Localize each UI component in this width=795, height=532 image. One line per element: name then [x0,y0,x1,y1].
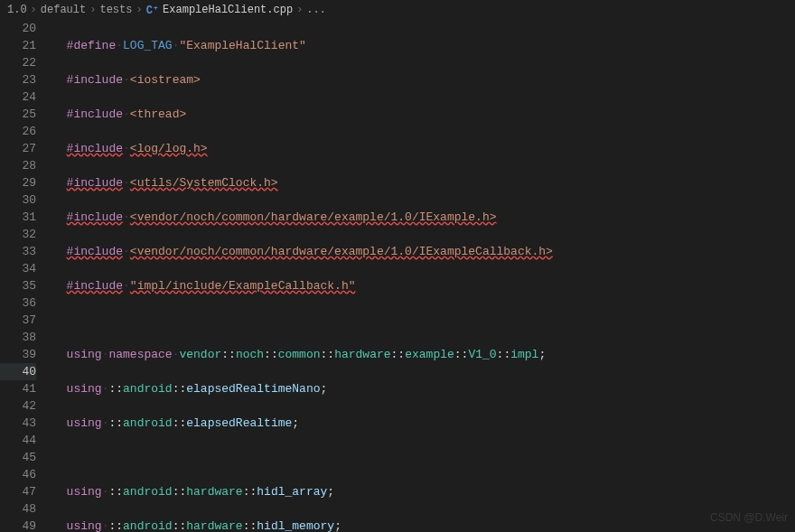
code-line[interactable] [52,312,795,329]
code-line[interactable]: #include·<log/log.h> [52,140,795,157]
code-area[interactable]: #define·LOG_TAG·"ExampleHalClient" #incl… [49,20,795,532]
code-line[interactable]: #include·<vendor/noch/common/hardware/ex… [52,243,795,260]
line-number: 25 [0,106,36,123]
line-number: 22 [0,54,36,71]
line-number: 39 [0,346,36,363]
code-line[interactable]: using·namespace·vendor::noch::common::ha… [52,346,795,363]
chevron-right-icon: › [31,4,37,16]
chevron-right-icon: › [296,4,303,16]
code-line[interactable]: using·::android::hardware::hidl_memory; [52,518,795,532]
chevron-right-icon: › [136,4,142,16]
code-line[interactable]: #define·LOG_TAG·"ExampleHalClient" [52,37,795,54]
line-number: 43 [0,415,36,432]
line-number: 27 [0,140,36,157]
line-number: 33 [0,243,36,260]
code-line[interactable]: using·::android::elapsedRealtimeNano; [52,380,795,397]
code-line[interactable]: #include·<utils/SystemClock.h> [52,174,795,191]
line-number: 37 [0,312,36,329]
line-number: 38 [0,329,36,346]
line-number: 45 [0,449,36,466]
breadcrumb-item[interactable]: tests [99,4,132,16]
line-number: 24 [0,89,36,106]
code-editor[interactable]: 20 21 22 23 24 25 26 27 28 29 30 31 32 3… [0,20,795,532]
chevron-right-icon: › [89,4,96,16]
line-number: 31 [0,209,36,226]
line-number: 34 [0,260,36,277]
watermark: CSDN @D.Weir [710,509,788,527]
breadcrumb-trail[interactable]: ... [306,4,326,16]
line-number: 40 [0,363,36,380]
line-number: 21 [0,37,36,54]
line-number: 20 [0,20,36,37]
code-line[interactable]: #include·"impl/include/ExampleCallback.h… [52,277,795,294]
line-number: 26 [0,123,36,140]
line-number: 41 [0,380,36,397]
code-line[interactable]: #include·<iostream> [52,71,795,89]
line-number: 30 [0,191,36,209]
code-line[interactable]: using·::android::hardware::hidl_array; [52,483,795,500]
code-line[interactable]: #include·<vendor/noch/common/hardware/ex… [52,209,795,226]
breadcrumb-item[interactable]: default [41,4,86,16]
line-number: 49 [0,518,36,532]
code-line[interactable] [52,449,795,466]
line-number: 28 [0,157,36,174]
code-line[interactable]: #include·<thread> [52,106,795,123]
breadcrumb-item[interactable]: 1.0 [7,4,27,16]
line-number: 23 [0,71,36,89]
line-number-gutter: 20 21 22 23 24 25 26 27 28 29 30 31 32 3… [0,20,49,532]
breadcrumb-file[interactable]: ExampleHalClient.cpp [163,4,293,16]
line-number: 29 [0,174,36,191]
line-number: 35 [0,277,36,294]
line-number: 46 [0,466,36,483]
line-number: 32 [0,226,36,243]
breadcrumb[interactable]: 1.0 › default › tests › C⁺ ExampleHalCli… [0,0,795,20]
line-number: 48 [0,500,36,518]
cpp-file-icon: C⁺ [146,4,159,17]
line-number: 36 [0,294,36,312]
code-line[interactable]: using·::android::elapsedRealtime; [52,415,795,432]
line-number: 47 [0,483,36,500]
line-number: 44 [0,432,36,449]
line-number: 42 [0,397,36,415]
